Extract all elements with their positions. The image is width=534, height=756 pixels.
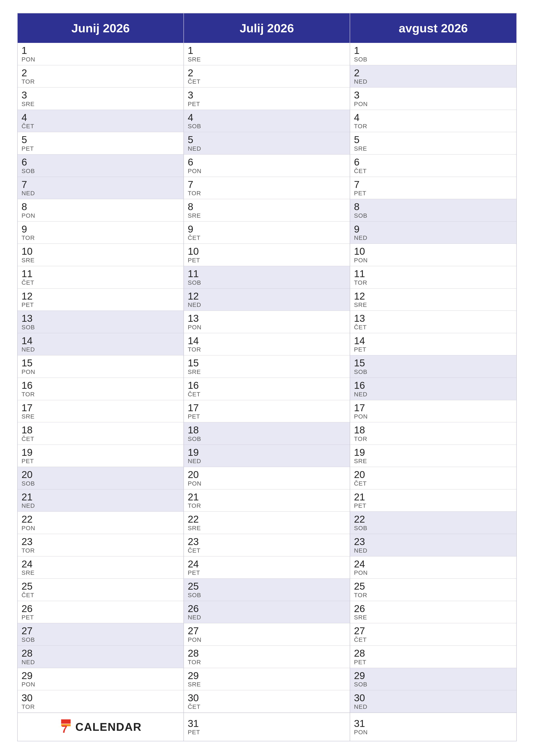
logo-text: CALENDAR xyxy=(75,720,142,733)
days-container: 1PON1SRE1SOB2TOR2ČET2NED3SRE3PET3PON4ČET… xyxy=(18,43,516,713)
july-day-9: 9ČET xyxy=(184,222,350,244)
july-day-18: 18SOB xyxy=(184,422,350,445)
august-day-25: 25TOR xyxy=(350,579,516,601)
august-day-12: 12SRE xyxy=(350,288,516,311)
june-day-26: 26PET xyxy=(18,601,184,623)
june-day-18: 18ČET xyxy=(18,422,184,445)
july-day-2: 2ČET xyxy=(184,65,350,88)
june-day-25: 25ČET xyxy=(18,579,184,601)
july-day-1: 1SRE xyxy=(184,43,350,65)
august-day-20: 20ČET xyxy=(350,467,516,489)
june-day-20: 20SOB xyxy=(18,467,184,489)
june-day-5: 5PET xyxy=(18,132,184,154)
logo-cell: 7 CALENDAR xyxy=(18,713,184,741)
june-day-28: 28NED xyxy=(18,646,184,668)
june-day-11: 11ČET xyxy=(18,266,184,288)
june-day-16: 16TOR xyxy=(18,378,184,400)
june-day-7: 7NED xyxy=(18,177,184,199)
july-day-29: 29SRE xyxy=(184,668,350,690)
august-day-29: 29SOB xyxy=(350,668,516,690)
august-day-21: 21PET xyxy=(350,489,516,512)
july-day-30: 30ČET xyxy=(184,690,350,713)
august-day-17: 17PON xyxy=(350,400,516,422)
june-day-4: 4ČET xyxy=(18,110,184,132)
svg-text:7: 7 xyxy=(62,723,67,735)
july-day-14: 14TOR xyxy=(184,333,350,356)
august-day-11: 11TOR xyxy=(350,266,516,288)
august-day-5: 5SRE xyxy=(350,132,516,154)
svg-marker-1 xyxy=(61,719,71,724)
june-day-8: 8PON xyxy=(18,199,184,222)
july-day-12: 12NED xyxy=(184,288,350,311)
august-day-18: 18TOR xyxy=(350,422,516,445)
july-day-27: 27PON xyxy=(184,623,350,646)
august-day-6: 6ČET xyxy=(350,154,516,177)
calendar-logo-icon: 7 xyxy=(60,719,72,735)
july-day-20: 20PON xyxy=(184,467,350,489)
calendar-grid: Junij 2026 Julij 2026 avgust 2026 1PON1S… xyxy=(17,13,517,741)
july-day-6: 6PON xyxy=(184,154,350,177)
august-day-7: 7PET xyxy=(350,177,516,199)
june-day-9: 9TOR xyxy=(18,222,184,244)
june-day-14: 14NED xyxy=(18,333,184,356)
july-day-31: 31 PET xyxy=(184,713,350,741)
june-day-22: 22PON xyxy=(18,512,184,534)
august-day-23: 23NED xyxy=(350,534,516,556)
july-day-8: 8SRE xyxy=(184,199,350,222)
june-day-21: 21NED xyxy=(18,489,184,512)
july-day-19: 19NED xyxy=(184,445,350,467)
june-day-30: 30TOR xyxy=(18,690,184,713)
june-day-13: 13SOB xyxy=(18,311,184,333)
month-header-august: avgust 2026 xyxy=(350,14,516,43)
july-day-7: 7TOR xyxy=(184,177,350,199)
month-header-july: Julij 2026 xyxy=(184,14,350,43)
august-day-27: 27ČET xyxy=(350,623,516,646)
august-day-31: 31 PON xyxy=(350,713,516,741)
july-day-26: 26NED xyxy=(184,601,350,623)
july-day-11: 11SOB xyxy=(184,266,350,288)
june-day-6: 6SOB xyxy=(18,154,184,177)
july-day-3: 3PET xyxy=(184,88,350,110)
july-day-15: 15SRE xyxy=(184,355,350,378)
august-day-8: 8SOB xyxy=(350,199,516,222)
footer-row: 7 CALENDAR 31 PET 31 PON xyxy=(18,713,516,741)
july-day-17: 17PET xyxy=(184,400,350,422)
june-day-24: 24SRE xyxy=(18,556,184,579)
august-day-1: 1SOB xyxy=(350,43,516,65)
august-day-2: 2NED xyxy=(350,65,516,88)
august-day-13: 13ČET xyxy=(350,311,516,333)
month-header-june: Junij 2026 xyxy=(18,14,184,43)
july-day-21: 21TOR xyxy=(184,489,350,512)
june-day-29: 29PON xyxy=(18,668,184,690)
august-day-22: 22SOB xyxy=(350,512,516,534)
july-day-4: 4SOB xyxy=(184,110,350,132)
june-day-17: 17SRE xyxy=(18,400,184,422)
june-day-3: 3SRE xyxy=(18,88,184,110)
august-day-3: 3PON xyxy=(350,88,516,110)
august-day-9: 9NED xyxy=(350,222,516,244)
july-day-10: 10PET xyxy=(184,244,350,266)
august-day-19: 19SRE xyxy=(350,445,516,467)
month-headers-row: Junij 2026 Julij 2026 avgust 2026 xyxy=(18,14,516,43)
august-day-28: 28PET xyxy=(350,646,516,668)
june-day-27: 27SOB xyxy=(18,623,184,646)
august-day-16: 16NED xyxy=(350,378,516,400)
august-day-26: 26SRE xyxy=(350,601,516,623)
july-day-22: 22SRE xyxy=(184,512,350,534)
june-day-10: 10SRE xyxy=(18,244,184,266)
july-day-5: 5NED xyxy=(184,132,350,154)
july-day-13: 13PON xyxy=(184,311,350,333)
july-day-25: 25SOB xyxy=(184,579,350,601)
july-day-24: 24PET xyxy=(184,556,350,579)
august-day-14: 14PET xyxy=(350,333,516,356)
august-day-4: 4TOR xyxy=(350,110,516,132)
june-day-23: 23TOR xyxy=(18,534,184,556)
july-day-16: 16ČET xyxy=(184,378,350,400)
june-day-19: 19PET xyxy=(18,445,184,467)
june-day-2: 2TOR xyxy=(18,65,184,88)
august-day-24: 24PON xyxy=(350,556,516,579)
june-day-1: 1PON xyxy=(18,43,184,65)
june-day-12: 12PET xyxy=(18,288,184,311)
june-day-15: 15PON xyxy=(18,355,184,378)
august-day-10: 10PON xyxy=(350,244,516,266)
